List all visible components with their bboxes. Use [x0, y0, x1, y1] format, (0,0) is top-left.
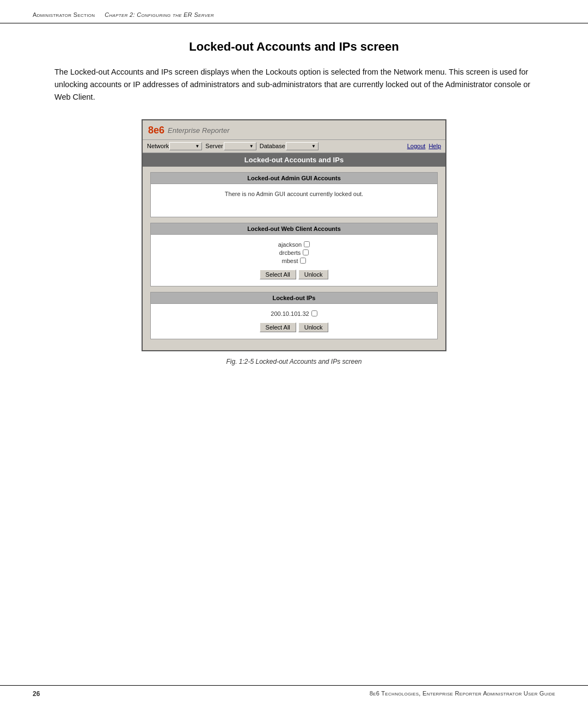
help-link[interactable]: Help — [428, 143, 441, 149]
main-content: Locked-out Accounts and IPs screen The L… — [0, 23, 588, 387]
database-label: Database — [260, 143, 285, 149]
web-client-btn-row: Select All Unlock — [156, 270, 432, 279]
footer-page-number: 26 — [33, 690, 40, 698]
web-client-unlock-button[interactable]: Unlock — [298, 270, 329, 279]
drcberts-checkbox[interactable] — [303, 249, 309, 255]
screen-title-bar: Locked-out Accounts and IPs — [143, 153, 445, 167]
page-header: Administrator Section Chapter 2: Configu… — [0, 0, 588, 23]
logo-brand: 8e6 — [148, 125, 164, 136]
mbest-checkbox[interactable] — [300, 258, 306, 264]
ip-checkbox-1[interactable] — [311, 310, 317, 316]
ip-address-1: 200.10.101.32 — [271, 310, 309, 317]
web-client-account-list: ajackson drcberts mbest — [156, 241, 432, 264]
footer-doc-title: 8e6 Technologies, Enterprise Reporter Ad… — [370, 690, 555, 698]
account-name-drcberts: drcberts — [279, 249, 301, 256]
ips-header: Locked-out IPs — [151, 292, 437, 304]
ips-btn-row: Select All Unlock — [156, 322, 432, 332]
ips-section: Locked-out IPs 200.10.101.32 Select All … — [150, 292, 438, 339]
intro-paragraph: The Locked-out Accounts and IPs screen d… — [54, 66, 534, 104]
server-label: Server — [205, 143, 223, 149]
admin-gui-header: Locked-out Admin GUI Accounts — [151, 173, 437, 184]
screen-content: Locked-out Admin GUI Accounts There is n… — [143, 167, 445, 350]
server-menu-wrapper[interactable]: Server ▼ — [205, 142, 256, 150]
network-select[interactable]: ▼ — [169, 142, 202, 150]
admin-gui-empty-message: There is no Admin GUI account currently … — [225, 191, 363, 197]
logo-name: Enterprise Reporter — [168, 126, 229, 135]
app-logo: 8e6 Enterprise Reporter — [148, 125, 440, 136]
web-client-select-all-button[interactable]: Select All — [260, 270, 296, 279]
server-arrow-icon: ▼ — [249, 144, 254, 149]
ips-unlock-button[interactable]: Unlock — [298, 322, 329, 332]
web-client-body: ajackson drcberts mbest Sele — [151, 235, 437, 286]
database-select[interactable]: ▼ — [286, 142, 318, 150]
app-header: 8e6 Enterprise Reporter — [143, 120, 445, 140]
page-title: Locked-out Accounts and IPs screen — [54, 40, 534, 54]
admin-gui-body: There is no Admin GUI account currently … — [151, 184, 437, 217]
screenshot-container: 8e6 Enterprise Reporter Network ▼ Server… — [142, 119, 446, 351]
page-footer: 26 8e6 Technologies, Enterprise Reporter… — [0, 685, 588, 698]
database-menu-wrapper[interactable]: Database ▼ — [260, 142, 318, 150]
breadcrumb-admin: Administrator Section — [33, 11, 95, 18]
network-label: Network — [147, 143, 169, 149]
account-name-mbest: mbest — [282, 258, 298, 264]
logout-link[interactable]: Logout — [407, 143, 426, 149]
list-item: 200.10.101.32 — [156, 310, 432, 317]
menu-bar: Network ▼ Server ▼ Database ▼ — [143, 140, 445, 153]
ips-select-all-button[interactable]: Select All — [260, 322, 296, 332]
network-arrow-icon: ▼ — [195, 144, 199, 149]
ips-body: 200.10.101.32 Select All Unlock — [151, 304, 437, 339]
web-client-section: Locked-out Web Client Accounts ajackson … — [150, 223, 438, 286]
list-item: mbest — [156, 258, 432, 264]
database-arrow-icon: ▼ — [311, 144, 316, 149]
ip-list: 200.10.101.32 — [156, 310, 432, 317]
list-item: ajackson — [156, 241, 432, 248]
ajackson-checkbox[interactable] — [304, 241, 310, 247]
list-item: drcberts — [156, 249, 432, 256]
admin-gui-section: Locked-out Admin GUI Accounts There is n… — [150, 172, 438, 217]
web-client-header: Locked-out Web Client Accounts — [151, 223, 437, 235]
breadcrumb-separator — [97, 11, 102, 18]
account-name-ajackson: ajackson — [278, 241, 302, 248]
figure-caption: Fig. 1:2-5 Locked-out Accounts and IPs s… — [54, 358, 534, 365]
server-select[interactable]: ▼ — [224, 142, 256, 150]
breadcrumb-chapter: Chapter 2: Configuring the ER Server — [105, 11, 214, 18]
network-menu-wrapper[interactable]: Network ▼ — [147, 142, 202, 150]
